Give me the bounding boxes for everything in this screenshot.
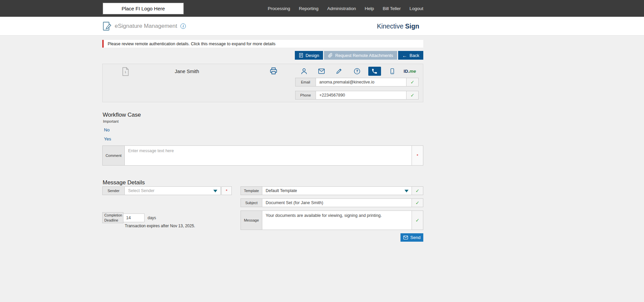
template-field-row: Template Default Template ✓ <box>240 186 423 195</box>
design-button[interactable]: Design <box>295 51 323 60</box>
idme-me-text: me <box>410 69 416 74</box>
paperclip-icon <box>328 53 333 58</box>
request-remote-attachments-button[interactable]: Request Remote Attachments <box>324 51 397 60</box>
auth-user-button[interactable] <box>298 67 310 76</box>
message-textarea[interactable]: Your documents are available for viewing… <box>262 210 412 230</box>
back-button-label: Back <box>410 53 419 58</box>
message-field-row: Message Your documents are available for… <box>240 210 423 230</box>
nav-user-bill-teller[interactable]: Bill Teller <box>383 6 401 11</box>
sender-select[interactable]: Select Sender <box>125 186 221 195</box>
auth-method-sms <box>383 66 401 76</box>
auth-question-button[interactable]: ? <box>351 67 363 76</box>
envelope-icon <box>318 68 325 74</box>
header-title-group: eSignature Management i <box>103 17 186 36</box>
nav-administration[interactable]: Administration <box>327 6 356 11</box>
auth-idme-button[interactable]: ID.me <box>404 67 416 76</box>
top-bar: Place FI Logo Here Processing Reporting … <box>0 0 644 17</box>
email-input[interactable] <box>316 78 407 86</box>
document-count-icon: 1 <box>121 67 129 76</box>
nav-help[interactable]: Help <box>365 6 374 11</box>
document-icon <box>299 53 303 58</box>
email-field-label: Email <box>295 78 316 86</box>
subject-input[interactable] <box>262 198 412 207</box>
subject-label: Subject <box>240 198 262 207</box>
email-valid-check-icon: ✓ <box>407 78 419 86</box>
days-unit-label: days <box>148 216 156 220</box>
template-select-value: Default Template <box>266 188 297 193</box>
auth-method-knowledge: ? <box>348 66 366 76</box>
auth-signature-button[interactable] <box>333 67 345 76</box>
workflow-case-title: Workflow Case <box>103 112 141 118</box>
brand-kinective-text: Kinective <box>377 22 404 30</box>
subject-valid-check-icon: ✓ <box>412 198 423 207</box>
app-header: eSignature Management i Kinective Sign <box>0 17 644 36</box>
auth-sms-button[interactable] <box>386 67 398 76</box>
template-select[interactable]: Default Template <box>262 186 412 195</box>
brand-sign-text: Sign <box>405 22 419 30</box>
auth-phone-button-selected[interactable] <box>368 67 381 76</box>
sender-required-asterisk: * <box>221 186 232 195</box>
brand-logo: Kinective Sign <box>377 17 419 36</box>
phone-icon <box>371 68 378 74</box>
comment-textarea[interactable] <box>125 145 412 166</box>
top-navigation: Processing Reporting Administration Help… <box>268 0 423 17</box>
message-label: Message <box>240 210 262 230</box>
chevron-down-icon <box>213 190 217 192</box>
auth-method-signature <box>330 66 348 76</box>
sender-field-row: Sender Select Sender * <box>102 186 232 195</box>
esign-document-pen-icon <box>103 21 111 31</box>
phone-field-row: Phone ✓ <box>295 91 419 100</box>
send-envelope-icon <box>403 235 408 240</box>
send-button-label: Send <box>410 235 420 240</box>
chevron-down-icon <box>405 190 409 192</box>
auth-method-user <box>295 66 313 76</box>
template-label: Template <box>240 186 262 195</box>
svg-text:?: ? <box>356 69 358 73</box>
print-button[interactable] <box>270 67 277 75</box>
design-button-label: Design <box>306 53 319 58</box>
info-icon[interactable]: i <box>180 23 186 29</box>
phone-valid-check-icon: ✓ <box>407 91 419 100</box>
pen-icon <box>336 68 342 74</box>
question-badge-icon: ? <box>354 68 361 75</box>
document-count-badge: 1 <box>121 70 129 74</box>
template-valid-check-icon: ✓ <box>412 186 423 195</box>
auth-method-toolbar: ? <box>295 66 419 76</box>
auth-email-button[interactable] <box>315 67 328 76</box>
option-no[interactable]: No <box>104 127 110 132</box>
sender-select-value: Select Sender <box>128 188 155 193</box>
fi-logo-text: Place FI Logo Here <box>121 6 165 11</box>
nav-processing[interactable]: Processing <box>268 6 290 11</box>
comment-field-row: Comment * <box>102 145 423 166</box>
comment-label: Comment <box>102 145 125 166</box>
printer-icon <box>270 67 277 75</box>
nav-logout[interactable]: Logout <box>410 6 423 11</box>
alert-banner[interactable]: Please review remote authentication deta… <box>102 40 423 48</box>
message-valid-check-icon: ✓ <box>412 210 423 230</box>
user-icon <box>301 68 308 75</box>
recipient-name: Jane Smith <box>175 69 199 74</box>
phone-input[interactable] <box>316 91 407 100</box>
message-details-title: Message Details <box>103 179 145 186</box>
recipient-card: 1 Jane Smith <box>102 64 423 102</box>
subject-field-row: Subject ✓ <box>240 198 423 207</box>
important-label: Important <box>103 119 118 123</box>
page-title: eSignature Management <box>115 23 177 29</box>
option-yes[interactable]: Yes <box>104 136 111 141</box>
idme-logo: ID.me <box>404 69 416 74</box>
completion-deadline-label: Completion Deadline <box>102 212 123 223</box>
alert-banner-text: Please review remote authentication deta… <box>108 42 275 46</box>
auth-method-email <box>313 66 331 76</box>
send-button[interactable]: Send <box>400 233 423 242</box>
expiry-note: Transaction expires after Nov 13, 2025. <box>125 224 195 228</box>
action-toolbar: Design Request Remote Attachments ← Back <box>295 51 423 60</box>
phone-field-label: Phone <box>295 91 316 100</box>
back-button[interactable]: ← Back <box>398 51 423 60</box>
request-button-label: Request Remote Attachments <box>335 53 393 58</box>
mobile-sms-icon <box>389 68 395 75</box>
nav-reporting[interactable]: Reporting <box>299 6 319 11</box>
completion-deadline-input[interactable] <box>123 214 145 222</box>
main-container: Please review remote authentication deta… <box>102 36 423 302</box>
email-field-row: Email ✓ <box>295 78 419 86</box>
fi-logo-placeholder: Place FI Logo Here <box>102 2 184 15</box>
